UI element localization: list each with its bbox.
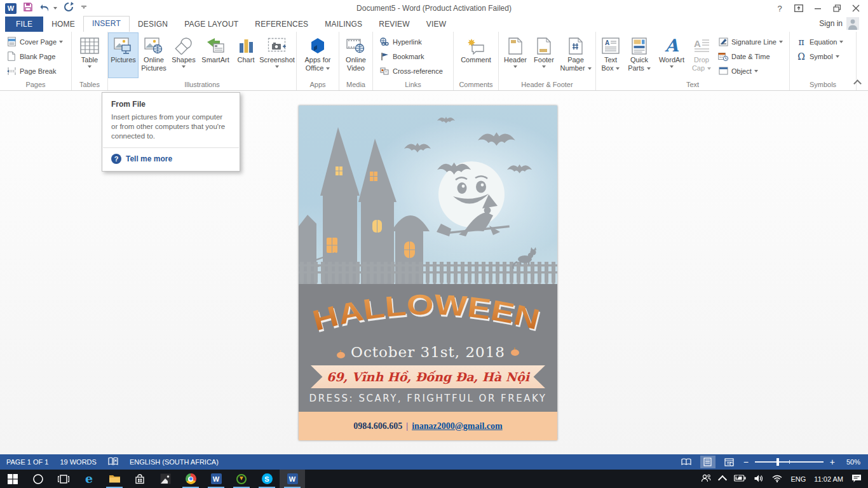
clock[interactable]: 11:02 AM (814, 475, 843, 483)
ribbon-display-options-button[interactable] (789, 0, 808, 17)
start-button[interactable] (0, 470, 25, 488)
document-page[interactable]: HALLOWEEN HALLOWEEN October 31st, 2018 6… (299, 105, 557, 440)
volume-icon[interactable] (754, 475, 764, 484)
tab-review[interactable]: REVIEW (370, 17, 418, 32)
quick-parts-button[interactable]: Quick Parts (624, 33, 654, 78)
wordart-button[interactable]: A WordArt (654, 33, 689, 78)
task-view-button[interactable] (51, 470, 76, 488)
flyer-text-panel: HALLOWEEN HALLOWEEN October 31st, 2018 6… (299, 284, 557, 412)
photos-button[interactable] (153, 470, 178, 488)
header-button[interactable]: Header (501, 33, 530, 78)
file-explorer-button[interactable] (102, 470, 127, 488)
tab-page-layout[interactable]: PAGE LAYOUT (176, 17, 247, 32)
language-indicator[interactable]: ENG (790, 475, 806, 483)
halloween-scene-graphic (299, 105, 557, 284)
page-number-label-1: Page (567, 56, 584, 64)
screenshot-button[interactable]: Screenshot (259, 33, 295, 78)
chart-button[interactable]: Chart (233, 33, 259, 78)
tab-design[interactable]: DESIGN (130, 17, 176, 32)
undo-button[interactable] (39, 4, 57, 13)
hyperlink-button[interactable]: Hyperlink (376, 34, 451, 49)
wifi-icon[interactable] (772, 475, 782, 484)
word-taskbar-button[interactable]: W (280, 470, 305, 488)
drop-cap-label-2: Cap (692, 64, 711, 72)
comment-button[interactable]: Comment (456, 33, 496, 78)
text-box-dropdown-icon (616, 67, 620, 70)
sign-in-button[interactable]: Sign in (819, 17, 859, 30)
zoom-slider[interactable] (755, 461, 824, 463)
print-layout-button[interactable] (700, 456, 715, 468)
tab-mailings[interactable]: MAILINGS (316, 17, 370, 32)
hidden-icons-chevron-icon[interactable] (718, 475, 727, 484)
zoom-slider-thumb[interactable] (776, 458, 779, 466)
redo-button[interactable] (64, 2, 74, 15)
save-button[interactable] (23, 2, 33, 15)
table-button[interactable]: Table (74, 33, 105, 78)
tab-references[interactable]: REFERENCES (247, 17, 316, 32)
pumpkin-icon (511, 349, 519, 356)
pictures-button[interactable]: Pictures (109, 33, 138, 78)
shapes-button[interactable]: Shapes (170, 33, 198, 78)
online-pictures-button[interactable]: Online Pictures (138, 33, 170, 78)
customize-qat-button[interactable] (80, 3, 88, 14)
page-break-button[interactable]: Page Break (3, 64, 69, 78)
people-icon[interactable] (701, 474, 711, 484)
window-controls: ? (770, 0, 865, 17)
proofing-status-icon[interactable] (108, 457, 118, 467)
edge-button[interactable]: e (76, 470, 102, 488)
store-button[interactable] (127, 470, 153, 488)
bookmark-button[interactable]: Bookmark (376, 49, 451, 64)
idm-button[interactable] (229, 470, 254, 488)
online-video-button[interactable]: Online Video (341, 33, 370, 78)
chrome-button[interactable] (178, 470, 203, 488)
page-count-status[interactable]: PAGE 1 OF 1 (6, 458, 48, 466)
word-viewer-button[interactable]: W (203, 470, 229, 488)
ribbon-tab-row: FILE HOME INSERT DESIGN PAGE LAYOUT REFE… (0, 17, 868, 32)
page-number-label-2: Number (560, 64, 591, 72)
close-button[interactable] (846, 0, 865, 17)
symbol-button[interactable]: Ω Symbol (792, 49, 853, 64)
cover-page-label: Cover Page (20, 38, 57, 46)
restore-button[interactable] (827, 0, 846, 17)
drop-cap-button[interactable]: A Drop Cap (689, 33, 714, 78)
cross-reference-button[interactable]: Cross-reference (376, 64, 451, 78)
cortana-button[interactable] (25, 470, 51, 488)
signature-line-button[interactable]: Signature Line (714, 34, 788, 49)
web-layout-button[interactable] (722, 456, 737, 468)
zoom-level[interactable]: 50% (841, 458, 860, 466)
equation-button[interactable]: π Equation (792, 34, 853, 49)
action-center-icon[interactable] (851, 474, 862, 484)
restore-icon (833, 4, 841, 12)
status-bar: PAGE 1 OF 1 19 WORDS ENGLISH (SOUTH AFRI… (0, 454, 868, 470)
tell-me-more-link[interactable]: ? Tell me more (102, 148, 240, 171)
battery-icon[interactable] (734, 475, 746, 483)
minimize-icon (814, 4, 822, 12)
footer-label: Footer (534, 56, 554, 64)
tab-view[interactable]: VIEW (418, 17, 454, 32)
language-status[interactable]: ENGLISH (SOUTH AFRICA) (130, 458, 219, 466)
help-button[interactable]: ? (770, 0, 789, 17)
word-app-icon[interactable]: W (5, 3, 17, 14)
smartart-button[interactable]: SmartArt (198, 33, 233, 78)
minimize-button[interactable] (808, 0, 827, 17)
text-box-button[interactable]: A Text Box (597, 33, 624, 78)
svg-text:A: A (694, 38, 701, 49)
flyer-email-link[interactable]: inanaz2000@gmail.com (412, 421, 503, 431)
zoom-in-button[interactable]: + (830, 459, 835, 465)
page-number-button[interactable]: Page Number (558, 33, 593, 78)
word-count-status[interactable]: 19 WORDS (60, 458, 96, 466)
read-mode-button[interactable] (679, 456, 694, 468)
footer-button[interactable]: Footer (530, 33, 558, 78)
zoom-out-button[interactable]: − (743, 459, 749, 465)
tab-home[interactable]: HOME (43, 17, 83, 32)
screenshot-icon (268, 36, 287, 56)
tab-file[interactable]: FILE (5, 17, 43, 32)
collapse-ribbon-button[interactable] (853, 79, 862, 86)
date-time-button[interactable]: Date & Time (714, 49, 788, 64)
cover-page-button[interactable]: Cover Page (3, 34, 69, 49)
blank-page-button[interactable]: Blank Page (3, 49, 69, 64)
apps-for-office-button[interactable]: Apps for Office (299, 33, 336, 78)
skype-button[interactable]: S (254, 470, 280, 488)
tab-insert[interactable]: INSERT (83, 16, 130, 32)
object-button[interactable]: Object (714, 64, 788, 78)
